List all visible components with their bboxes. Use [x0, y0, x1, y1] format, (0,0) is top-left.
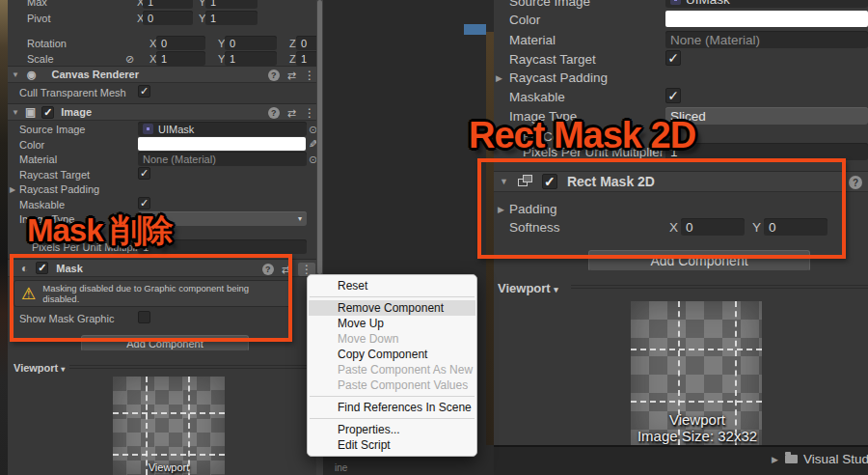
foldout-closed-icon[interactable]: ▶	[10, 185, 15, 194]
menu-item-move-up[interactable]: Move Up	[309, 316, 475, 331]
cull-transparent-mesh-label: Cull Transparent Mesh	[19, 87, 126, 98]
viewport-title: Viewport	[14, 362, 58, 374]
foldout-open-icon[interactable]: ▼	[12, 70, 19, 79]
component-context-menu: Reset Remove Component Move Up Move Down…	[307, 274, 477, 457]
dropdown-arrow-icon: ▾	[61, 365, 65, 374]
max-x-field[interactable]: 1	[143, 0, 193, 9]
max-y-field[interactable]: 1	[205, 0, 258, 9]
raycast-target-label: Raycast Target	[19, 169, 90, 181]
menu-separator	[310, 418, 475, 419]
menu-item-find-references[interactable]: Find References In Scene	[309, 400, 475, 415]
link-scale-icon[interactable]: ⊘	[125, 53, 134, 66]
pivot-label: Pivot	[27, 13, 50, 24]
scale-z-label: Z	[289, 53, 296, 65]
rotation-y-field[interactable]: 0	[225, 36, 277, 50]
help-icon[interactable]: ?	[268, 107, 280, 119]
viewport-caption: Viewport	[620, 411, 774, 428]
menu-separator	[310, 396, 475, 397]
menu-item-move-down: Move Down	[309, 331, 475, 347]
rotation-label: Rotation	[27, 38, 67, 49]
raycast-target-checkbox[interactable]: ✓	[665, 50, 681, 66]
scale-y-field[interactable]: 1	[225, 51, 277, 66]
scrollbar-thumb[interactable]	[317, 0, 322, 274]
rotation-x-field[interactable]: 0	[156, 36, 205, 50]
material-field[interactable]: None (Material)	[665, 31, 868, 48]
presets-icon[interactable]: ⇄	[287, 70, 296, 82]
canvas-renderer-header[interactable]: ▼ ◉ Canvas Renderer ? ⇄ ⋮	[8, 66, 323, 83]
help-icon[interactable]: ?	[849, 176, 862, 189]
color-label: Color	[509, 13, 540, 27]
image-size-caption: Image Size: 32x32	[620, 428, 774, 444]
kebab-menu-icon[interactable]: ⋮	[304, 69, 315, 82]
color-swatch[interactable]	[138, 137, 306, 151]
slice-guide-horizontal[interactable]	[113, 454, 225, 456]
source-image-field[interactable]: UIMask	[138, 122, 307, 136]
menu-item-remove-component[interactable]: Remove Component	[309, 300, 475, 316]
slice-guide-vertical[interactable]	[146, 377, 148, 475]
annotation-mask-delete: Mask 削除	[27, 210, 173, 253]
annotation-rect-mask-2d: Rect Mask 2D	[469, 115, 695, 156]
raycast-padding-label: Raycast Padding	[19, 183, 99, 195]
material-label: Material	[509, 33, 556, 47]
kebab-menu-icon[interactable]: ⋮	[304, 106, 315, 120]
slice-guide-horizontal[interactable]	[631, 349, 762, 350]
dropdown-arrow-icon: ▾	[298, 214, 302, 223]
image-component-header[interactable]: ▼ ▣ ✓ Image ? ⇄ ⋮	[8, 103, 323, 121]
maskable-checkbox[interactable]: ✓	[138, 197, 150, 210]
menu-item-copy-component[interactable]: Copy Component	[309, 347, 475, 362]
check-icon: ✓	[140, 197, 149, 209]
pivot-x-field[interactable]: 0	[143, 11, 193, 25]
help-icon[interactable]: ?	[268, 70, 280, 81]
presets-icon[interactable]: ⇄	[287, 107, 296, 120]
slice-guide-vertical[interactable]	[188, 377, 190, 475]
annotation-rect-mask-component	[10, 254, 292, 342]
menu-item-edit-script[interactable]: Edit Script	[309, 437, 475, 453]
sprite-preview-checkerboard	[113, 377, 225, 475]
source-image-label: Source Image	[19, 124, 85, 135]
sprite-thumbnail-icon	[143, 124, 153, 134]
cull-transparent-mesh-checkbox[interactable]: ✓	[138, 85, 150, 98]
foldout-closed-icon[interactable]: ▶	[772, 455, 778, 464]
pivot-y-field[interactable]: 1	[205, 11, 258, 25]
sprite-thumbnail-icon	[670, 0, 681, 5]
foldout-open-icon[interactable]: ▼	[12, 108, 19, 117]
desktop-background-strip	[0, 0, 8, 475]
max-label: Max	[27, 0, 47, 8]
raycast-target-label: Raycast Target	[509, 52, 596, 67]
viewport-dropdown[interactable]: Viewport ▾	[498, 281, 558, 295]
foldout-closed-icon[interactable]: ▶	[496, 73, 502, 83]
color-swatch[interactable]	[665, 11, 868, 27]
image-type-dropdown[interactable]: Sliced	[665, 107, 868, 125]
check-icon: ✓	[140, 85, 149, 97]
maskable-checkbox[interactable]: ✓	[665, 88, 681, 103]
menu-item-properties[interactable]: Properties...	[309, 422, 475, 437]
eye-icon: ◉	[27, 69, 37, 81]
menu-item-reset[interactable]: Reset	[309, 278, 475, 293]
folder-label[interactable]: Visual Studio	[803, 452, 868, 466]
source-image-field[interactable]: UIMask	[665, 0, 868, 8]
project-browser-strip: ▶ Visual Studio	[494, 445, 868, 475]
color-label: Color	[19, 139, 44, 151]
slice-guide-horizontal[interactable]	[631, 401, 762, 403]
viewport-dropdown[interactable]: Viewport ▾	[14, 362, 65, 374]
material-label: Material	[19, 154, 57, 165]
rotation-z-label: Z	[289, 38, 296, 49]
background-selection-highlight	[464, 24, 486, 35]
dropdown-arrow-icon: ▾	[554, 285, 558, 294]
source-image-label: Source Image	[509, 0, 590, 9]
material-field[interactable]: None (Material)	[138, 152, 307, 166]
image-component-title: Image	[61, 106, 92, 118]
viewport-title: Viewport	[498, 281, 551, 295]
background-text-fragment: ine	[335, 462, 347, 473]
viewport-header-divider	[571, 285, 868, 289]
check-icon: ✓	[43, 106, 52, 118]
canvas-renderer-title: Canvas Renderer	[52, 69, 140, 80]
image-component-icon: ▣	[25, 105, 36, 119]
annotation-rect-rectmask-component	[477, 158, 846, 259]
raycast-padding-label: Raycast Padding	[509, 70, 608, 85]
slice-guide-horizontal[interactable]	[113, 412, 225, 414]
raycast-target-checkbox[interactable]: ✓	[138, 167, 150, 180]
check-icon: ✓	[140, 167, 149, 179]
image-enabled-checkbox[interactable]: ✓	[41, 106, 54, 119]
scale-x-field[interactable]: 1	[156, 51, 205, 66]
